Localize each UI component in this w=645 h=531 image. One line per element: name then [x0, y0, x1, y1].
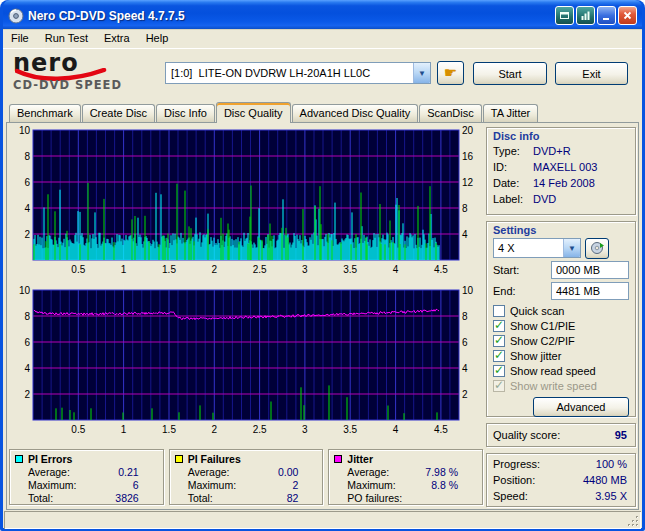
- logo-subtext: CD-DVD SPEED: [13, 78, 163, 92]
- settings-panel: Settings 4 X ▼ Start:: [486, 221, 636, 417]
- checkbox-show-write-speed: ✓ Show write speed: [487, 378, 635, 393]
- pi-errors-legend: PI Errors: [10, 452, 163, 466]
- resize-grip[interactable]: [627, 515, 640, 528]
- progress-panel: Progress:100 % Position:4480 MB Speed:3.…: [486, 453, 636, 507]
- jitter-legend: Jitter: [329, 452, 482, 466]
- chevron-down-icon[interactable]: ▼: [563, 239, 580, 257]
- svg-text:1.5: 1.5: [162, 264, 176, 275]
- titlebar-buttons: [555, 6, 637, 25]
- tab-create-disc[interactable]: Create Disc: [82, 104, 155, 122]
- svg-text:6: 6: [24, 337, 30, 348]
- pi-failures-legend: PI Failures: [170, 452, 323, 466]
- stat-row: Maximum:8.8 %: [329, 479, 482, 492]
- advanced-button[interactable]: Advanced: [533, 397, 629, 417]
- tab-ta-jitter[interactable]: TA Jitter: [483, 104, 539, 122]
- quality-score-panel: Quality score: 95: [486, 423, 636, 447]
- hand-icon: ☛: [444, 66, 457, 81]
- svg-text:4.5: 4.5: [434, 264, 448, 275]
- refresh-button[interactable]: [585, 238, 609, 259]
- checkbox-box: ✓: [493, 335, 505, 347]
- speed-selector[interactable]: 4 X ▼: [493, 238, 581, 258]
- stat-row: Average:0.21: [10, 466, 163, 479]
- svg-text:6: 6: [24, 177, 30, 188]
- svg-text:10: 10: [19, 125, 31, 136]
- svg-text:0.5: 0.5: [71, 424, 85, 435]
- disc-info-row: Date:14 Feb 2008: [487, 175, 635, 191]
- checkbox-show-read-speed[interactable]: ✓ Show read speed: [487, 363, 635, 378]
- svg-text:20: 20: [462, 125, 474, 136]
- stat-row: Total:3826: [10, 492, 163, 505]
- svg-text:3: 3: [302, 424, 308, 435]
- progress-row: Progress:100 %: [487, 456, 635, 472]
- check-icon: ✓: [494, 378, 504, 392]
- speed-row-stat: Speed:3.95 X: [487, 488, 635, 504]
- pi-errors-swatch-icon: [15, 455, 23, 463]
- svg-text:2: 2: [24, 389, 30, 400]
- close-button[interactable]: [618, 6, 637, 25]
- pi-errors-chart: 246810481216200.511.522.533.544.5: [9, 125, 483, 285]
- end-input[interactable]: [551, 282, 629, 300]
- checkbox-show-c2-pif[interactable]: ✓ Show C2/PIF: [487, 333, 635, 348]
- svg-text:4: 4: [393, 264, 399, 275]
- stat-row: Total:82: [170, 492, 323, 505]
- titlebar[interactable]: Nero CD-DVD Speed 4.7.7.5: [3, 0, 642, 29]
- svg-text:2.5: 2.5: [253, 264, 267, 275]
- menu-extra[interactable]: Extra: [96, 29, 138, 48]
- svg-text:10: 10: [19, 285, 31, 296]
- settings-title: Settings: [487, 222, 635, 237]
- svg-text:4: 4: [462, 363, 468, 374]
- pi-failures-swatch-icon: [175, 455, 183, 463]
- start-button[interactable]: Start: [473, 62, 547, 85]
- disc-info-row: Type:DVD+R: [487, 143, 635, 159]
- checkbox-box: ✓: [493, 320, 505, 332]
- tab-benchmark[interactable]: Benchmark: [9, 104, 81, 122]
- svg-text:4: 4: [24, 363, 30, 374]
- svg-text:2: 2: [24, 229, 30, 240]
- titlebar-app-button-1[interactable]: [555, 6, 574, 25]
- exit-button[interactable]: Exit: [555, 62, 628, 85]
- eject-button[interactable]: ☛: [437, 61, 464, 85]
- app-window: Nero CD-DVD Speed 4.7.7.5 File Run Test …: [0, 0, 645, 531]
- end-field-row: End:: [487, 280, 635, 301]
- stat-row: Average:7.98 %: [329, 466, 482, 479]
- titlebar-app-button-2[interactable]: [576, 6, 595, 25]
- svg-text:4: 4: [462, 229, 468, 240]
- stat-row: PO failures:: [329, 492, 482, 505]
- pi-failures-jitter-chart: 2468102468100.511.522.533.544.5: [9, 285, 483, 445]
- checkbox-quick-scan[interactable]: ✓ Quick scan: [487, 303, 635, 318]
- tab-advanced-disc-quality[interactable]: Advanced Disc Quality: [292, 104, 419, 122]
- tab-disc-quality[interactable]: Disc Quality: [216, 102, 291, 123]
- disc-info-title: Disc info: [487, 128, 635, 143]
- checkbox-show-c1-pie[interactable]: ✓ Show C1/PIE: [487, 318, 635, 333]
- nero-logo: nero CD-DVD SPEED: [13, 52, 163, 92]
- minimize-button[interactable]: [597, 6, 616, 25]
- checkbox-box: ✓: [493, 305, 505, 317]
- tab-disc-info[interactable]: Disc Info: [156, 104, 215, 122]
- drive-selector[interactable]: [1:0] LITE-ON DVDRW LH-20A1H LL0C ▼: [165, 62, 431, 84]
- tab-scandisc[interactable]: ScanDisc: [419, 104, 481, 122]
- svg-text:8: 8: [24, 151, 30, 162]
- checkbox-box: ✓: [493, 350, 505, 362]
- svg-text:0.5: 0.5: [71, 264, 85, 275]
- toolbar: nero CD-DVD SPEED [1:0] LITE-ON DVDRW LH…: [3, 49, 642, 101]
- menu-file[interactable]: File: [3, 29, 37, 48]
- menu-run-test[interactable]: Run Test: [37, 29, 96, 48]
- check-icon: ✓: [494, 363, 504, 377]
- svg-text:1: 1: [121, 424, 127, 435]
- tab-strip: Benchmark Create Disc Disc Info Disc Qua…: [3, 101, 642, 122]
- speed-row: 4 X ▼: [487, 237, 635, 259]
- status-bar: [4, 511, 641, 529]
- settings-checkboxes: ✓ Quick scan ✓ Show C1/PIE ✓ Show C2/PIF: [487, 301, 635, 393]
- charts-area: 246810481216200.511.522.533.544.5 246810…: [9, 125, 483, 445]
- app-icon: [8, 8, 24, 24]
- sidebar: Disc info Type:DVD+R ID:MAXELL 003 Date:…: [486, 127, 636, 507]
- chevron-down-icon[interactable]: ▼: [413, 63, 430, 83]
- start-input[interactable]: [551, 261, 629, 279]
- disc-quality-page: 246810481216200.511.522.533.544.5 246810…: [6, 122, 639, 510]
- advanced-row: Advanced: [487, 393, 635, 417]
- svg-text:2: 2: [212, 424, 218, 435]
- checkbox-show-jitter[interactable]: ✓ Show jitter: [487, 348, 635, 363]
- menu-help[interactable]: Help: [138, 29, 177, 48]
- svg-text:4: 4: [24, 203, 30, 214]
- stat-row: Maximum:6: [10, 479, 163, 492]
